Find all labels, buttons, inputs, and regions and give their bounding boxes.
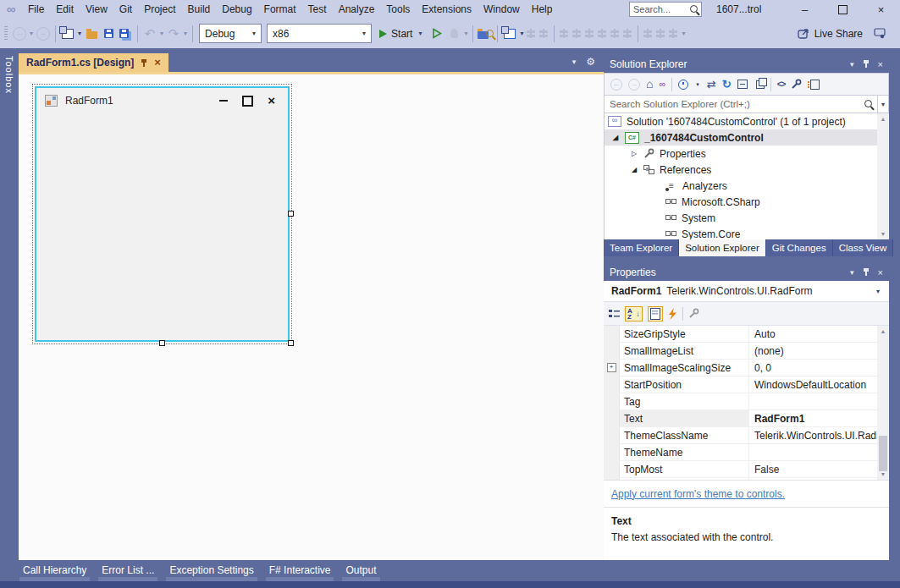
align-centers-button[interactable]	[571, 29, 583, 38]
property-value[interactable]: (none)	[749, 343, 877, 359]
preview-selected-items-button[interactable]	[756, 80, 765, 89]
property-value[interactable]	[749, 444, 877, 460]
tab-git-changes[interactable]: Git Changes	[766, 239, 833, 256]
resize-handle-corner[interactable]	[288, 340, 294, 346]
property-row-tag[interactable]: Tag	[604, 393, 877, 410]
new-project-dropdown-icon[interactable]: ▾	[76, 30, 83, 37]
resize-handle-bottom[interactable]	[159, 340, 165, 346]
align-to-grid-button[interactable]	[538, 29, 549, 38]
navigate-back-button[interactable]: ←	[11, 24, 28, 44]
redo-button[interactable]: ↷	[165, 24, 182, 44]
snap-to-grid-button[interactable]	[526, 29, 537, 38]
redo-dropdown-icon[interactable]: ▾	[182, 30, 189, 37]
toolbox-tab[interactable]: Toolbox	[0, 48, 19, 560]
apply-theme-link[interactable]: Apply current form's theme to controls.	[611, 488, 785, 500]
tab-radform1-design[interactable]: RadForm1.cs [Design] ×	[19, 53, 168, 72]
properties-title-bar[interactable]: Properties ▾ ×	[604, 263, 889, 281]
back-button[interactable]: ←	[610, 79, 622, 91]
property-row-topmost[interactable]: TopMostFalse	[604, 461, 877, 478]
view-code-button[interactable]: <>	[777, 79, 786, 90]
navigate-back-dropdown-icon[interactable]: ▾	[28, 30, 35, 37]
align-tops-button[interactable]	[597, 29, 608, 38]
tab-error-list[interactable]: Error List ...	[100, 560, 156, 580]
menu-tools[interactable]: Tools	[380, 0, 416, 19]
make-same-size-button[interactable]	[668, 29, 679, 38]
close-icon[interactable]: ×	[878, 267, 883, 278]
tree-item-solution[interactable]: ∞ Solution '1607484CustomControl' (1 of …	[605, 113, 889, 129]
property-value[interactable]	[749, 393, 877, 409]
menu-edit[interactable]: Edit	[50, 0, 80, 19]
property-row-smallimagelist[interactable]: SmallImageList(none)	[604, 343, 877, 360]
pending-changes-filter-button[interactable]	[678, 80, 688, 90]
gear-icon[interactable]: ⚙	[586, 56, 595, 68]
window-maximize-button[interactable]	[824, 0, 862, 19]
scroll-up-icon[interactable]: ▲	[881, 328, 886, 334]
save-all-button[interactable]	[117, 24, 134, 44]
property-value[interactable]: 0, 0	[749, 360, 877, 376]
menu-git[interactable]: Git	[113, 0, 138, 19]
open-file-button[interactable]	[83, 24, 100, 44]
scroll-up-icon[interactable]: ▲	[881, 116, 886, 122]
pin-icon[interactable]	[141, 59, 147, 67]
live-share-button[interactable]: Live Share	[798, 28, 863, 40]
menu-test[interactable]: Test	[302, 0, 333, 19]
window-minimize-button[interactable]: –	[786, 0, 824, 19]
tab-fsharp-interactive[interactable]: F# Interactive	[268, 560, 333, 580]
tree-item-system[interactable]: System	[605, 210, 889, 226]
start-without-debugging-button[interactable]	[428, 24, 445, 44]
tree-item-system-core[interactable]: System.Core	[605, 226, 889, 239]
property-value[interactable]: False	[749, 461, 877, 477]
align-bottoms-button[interactable]	[622, 29, 633, 38]
design-surface[interactable]: RadForm1 ×	[19, 74, 604, 560]
property-row-startposition[interactable]: StartPositionWindowsDefaultLocation	[604, 376, 877, 393]
property-value[interactable]: Auto	[749, 326, 877, 342]
close-icon[interactable]: ×	[154, 58, 161, 67]
solution-configurations-dropdown[interactable]: Debug ▾	[199, 24, 262, 43]
expand-icon[interactable]: +	[607, 363, 616, 372]
quick-search-input[interactable]: Search...	[629, 2, 702, 17]
tree-item-properties[interactable]: ▷ Properties	[605, 146, 889, 162]
toolbar-drag-grip[interactable]	[4, 26, 8, 41]
menu-file[interactable]: File	[22, 0, 50, 19]
align-lefts-button[interactable]	[559, 29, 570, 38]
tab-call-hierarchy[interactable]: Call Hierarchy	[21, 560, 88, 580]
object-selector-dropdown[interactable]: RadForm1 Telerik.WinControls.UI.RadForm …	[604, 281, 889, 301]
tab-class-view[interactable]: Class View	[833, 239, 894, 256]
close-icon[interactable]: ×	[878, 59, 883, 69]
property-row-sizegripstyle[interactable]: SizeGripStyleAuto	[604, 326, 877, 343]
window-close-button[interactable]: ×	[862, 0, 900, 19]
property-row-text[interactable]: TextRadForm1	[604, 410, 877, 427]
menu-debug[interactable]: Debug	[216, 0, 257, 19]
show-all-files-button[interactable]	[810, 80, 820, 90]
pin-icon[interactable]	[863, 268, 870, 276]
menu-view[interactable]: View	[80, 0, 113, 19]
tree-scrollbar[interactable]: ▲ ▼	[877, 113, 889, 239]
properties-view-button[interactable]	[648, 306, 663, 321]
chevron-down-icon[interactable]: ▾	[572, 58, 577, 66]
property-value[interactable]: RadForm1	[749, 410, 877, 426]
expander-icon[interactable]: ◢	[611, 134, 620, 141]
tab-exception-settings[interactable]: Exception Settings	[168, 560, 255, 580]
home-button[interactable]: ⌂	[646, 79, 653, 90]
chevron-down-icon[interactable]: ▾	[680, 30, 687, 37]
property-row-transparencykey[interactable]: TransparencyKey	[604, 478, 877, 480]
scrollbar-thumb[interactable]	[879, 436, 887, 471]
expander-icon[interactable]: ▷	[630, 150, 638, 157]
sync-with-active-document-button[interactable]: ∞	[659, 79, 665, 90]
switch-views-button[interactable]: ⇄	[707, 79, 716, 90]
chevron-down-icon[interactable]: ▾	[877, 96, 888, 113]
property-value[interactable]: WindowsDefaultLocation	[749, 376, 877, 393]
solution-explorer-search-input[interactable]: Search Solution Explorer (Ctrl+;) ▾	[604, 95, 889, 113]
hot-reload-button[interactable]	[445, 24, 462, 44]
menu-extensions[interactable]: Extensions	[416, 0, 478, 19]
make-same-width-button[interactable]	[643, 29, 654, 38]
expander-icon[interactable]: ◢	[630, 166, 638, 173]
pin-icon[interactable]	[863, 60, 870, 68]
tab-team-explorer[interactable]: Team Explorer	[604, 239, 679, 256]
forward-button[interactable]: →	[628, 79, 640, 91]
tree-item-references[interactable]: ◢ References	[605, 162, 889, 178]
align-rights-button[interactable]	[584, 29, 595, 38]
events-button[interactable]	[668, 308, 677, 320]
window-position-menu-icon[interactable]: ▾	[850, 268, 854, 277]
alphabetical-button[interactable]: AZ↓	[625, 306, 643, 321]
